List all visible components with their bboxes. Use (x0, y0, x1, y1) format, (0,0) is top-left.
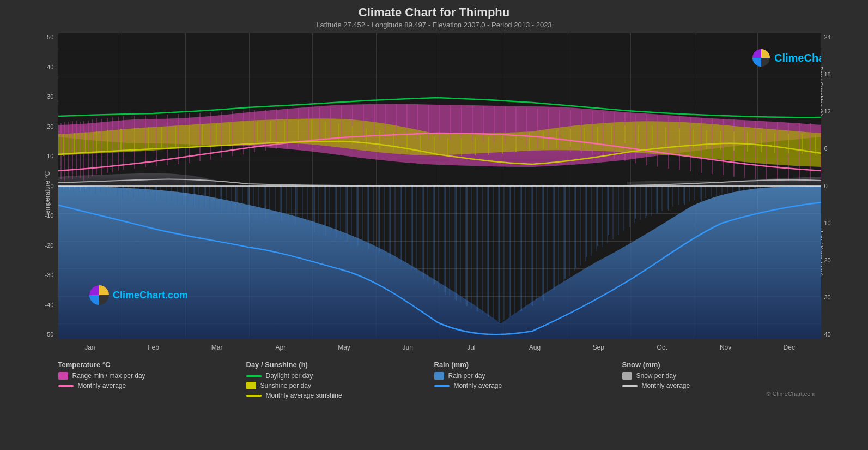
legend-line-daylight (246, 375, 262, 377)
chart-subtitle: Latitude 27.452 - Longitude 89.497 - Ele… (316, 21, 551, 29)
legend-sunshine-title: Day / Sunshine (h) (246, 361, 434, 369)
legend-temp-avg: Monthly average (58, 382, 246, 389)
legend-rain-per-day-label: Rain per day (448, 372, 485, 380)
legend-snow-per-day-label: Snow per day (636, 372, 676, 380)
legend-snow-per-day: Snow per day (622, 372, 810, 380)
month-sep: Sep (567, 344, 630, 351)
legend-sunshine-per-day: Sunshine per day (246, 382, 434, 389)
legend-rain-title: Rain (mm) (434, 361, 622, 369)
legend-line-rain-avg (434, 385, 450, 387)
legend-daylight: Daylight per day (246, 372, 434, 380)
chart-area: Temperature °C 50 40 30 20 10 0 -10 -20 … (20, 33, 848, 355)
month-jan: Jan (58, 344, 122, 351)
month-oct: Oct (630, 344, 694, 351)
legend-rain-per-day: Rain per day (434, 372, 622, 380)
legend-swatch-sunshine (246, 382, 256, 389)
y-axis-left-ticks: 50 40 30 20 10 0 -10 -20 -30 -40 -50 (20, 33, 57, 339)
legend-rain-avg: Monthly average (434, 382, 622, 389)
y-axis-right-ticks: 24 18 12 6 0 10 20 30 40 (821, 33, 848, 339)
legend-snow-avg-label: Monthly average (642, 382, 690, 389)
legend-wrapper: Temperature °C Range min / max per day M… (20, 355, 848, 401)
legend-rain-avg-label: Monthly average (454, 382, 502, 389)
legend-swatch-rain (434, 372, 444, 380)
month-mar: Mar (185, 344, 249, 351)
month-aug: Aug (503, 344, 567, 351)
legend-swatch-snow (622, 372, 632, 380)
legend-daylight-label: Daylight per day (266, 372, 313, 380)
legend-temp-avg-label: Monthly average (78, 382, 126, 389)
month-feb: Feb (122, 344, 185, 351)
month-apr: Apr (249, 344, 313, 351)
legend-sunshine: Day / Sunshine (h) Daylight per day Suns… (246, 361, 434, 401)
month-nov: Nov (694, 344, 757, 351)
legend-snow-title: Snow (mm) (622, 361, 810, 369)
copyright: © ClimeChart.com (766, 391, 815, 397)
legend-rain: Rain (mm) Rain per day Monthly average (434, 361, 622, 392)
month-dec: Dec (757, 344, 821, 351)
legend-line-sunshine-avg (246, 395, 262, 397)
chart-canvas: ClimeChart.com ClimeChart.com (58, 33, 821, 339)
legend-temp-range: Range min / max per day (58, 372, 246, 380)
chart-title: Climate Chart for Thimphu (359, 5, 509, 20)
legend-swatch-temp-range (58, 372, 68, 380)
legend-temp-range-label: Range min / max per day (72, 372, 145, 380)
svg-text:ClimeChart.com: ClimeChart.com (774, 52, 821, 64)
month-jul: Jul (440, 344, 503, 351)
legend-line-snow-avg (622, 385, 638, 387)
chart-svg: ClimeChart.com ClimeChart.com (58, 33, 821, 339)
page: Climate Chart for Thimphu Latitude 27.45… (0, 0, 868, 450)
legend-line-temp-avg (58, 385, 74, 387)
legend-sunshine-avg-label: Monthly average sunshine (266, 392, 342, 399)
legend-snow: Snow (mm) Snow per day Monthly average (622, 361, 810, 392)
legend-sunshine-per-day-label: Sunshine per day (260, 382, 311, 389)
svg-text:ClimeChart.com: ClimeChart.com (113, 290, 188, 301)
legend-temperature-title: Temperature °C (58, 361, 246, 369)
legend-temperature: Temperature °C Range min / max per day M… (58, 361, 246, 392)
legend: Temperature °C Range min / max per day M… (20, 355, 848, 401)
legend-sunshine-avg: Monthly average sunshine (246, 392, 434, 399)
legend-snow-avg: Monthly average (622, 382, 810, 389)
x-axis-months: Jan Feb Mar Apr May Jun Jul Aug Sep Oct … (58, 340, 821, 355)
month-may: May (312, 344, 376, 351)
month-jun: Jun (376, 344, 440, 351)
